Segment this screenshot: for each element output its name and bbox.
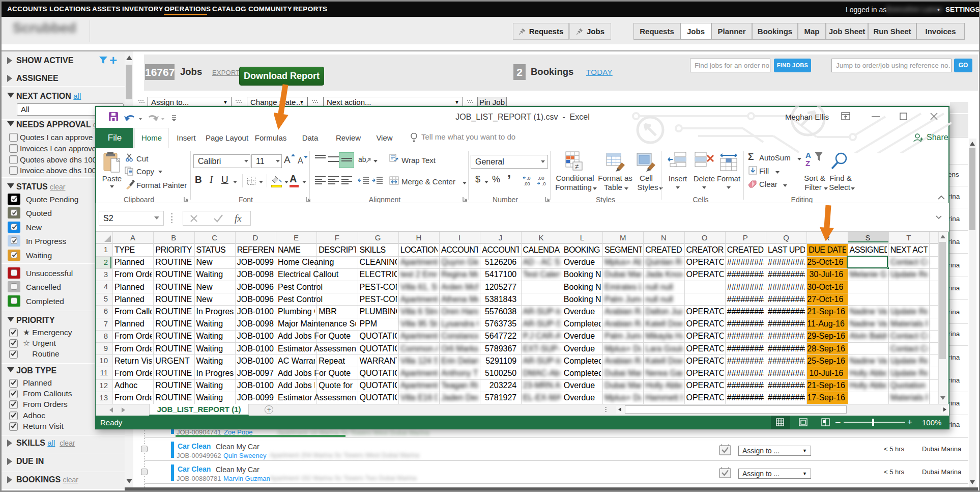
- svg-text:Z: Z: [805, 159, 810, 168]
- svg-text:ab: ab: [358, 155, 366, 163]
- svg-text:A: A: [805, 151, 811, 159]
- svg-text:.0: .0: [527, 176, 531, 181]
- svg-text:.00: .00: [524, 181, 530, 186]
- svg-text:.00: .00: [538, 176, 544, 181]
- svg-text:fx: fx: [235, 213, 242, 224]
- svg-text:≠: ≠: [575, 162, 579, 171]
